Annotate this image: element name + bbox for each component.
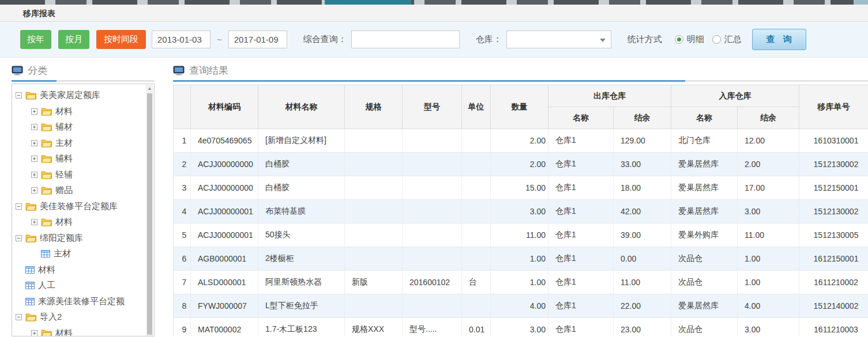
cell-no: 6	[174, 247, 191, 271]
tree-item[interactable]: 辅材	[16, 119, 154, 135]
tree-item[interactable]: 主材	[16, 135, 154, 152]
collapse-icon[interactable]	[16, 314, 22, 320]
results-panel: 查询结果 材料编码 材料名称 规格 型号 单位 数量 出库仓库 入库仓库	[164, 58, 868, 336]
date-to-input[interactable]	[228, 31, 287, 48]
by-year-button[interactable]: 按年	[20, 30, 51, 49]
scrollbar-thumb[interactable]	[147, 93, 152, 335]
table-row[interactable]: 14e0705469065[新增自定义材料]2.00仓库1129.00北门仓库1…	[174, 129, 868, 153]
tree-scrollbar[interactable]: ▲	[146, 85, 153, 336]
col-header-model[interactable]: 型号	[403, 85, 462, 129]
top-tab-strip	[0, 0, 868, 5]
radio-selected-icon[interactable]	[675, 35, 683, 44]
active-tab-fragment[interactable]	[325, 0, 411, 5]
tree-item[interactable]: 材料	[16, 104, 154, 120]
cell-order_no[interactable]: 1512130005	[799, 224, 868, 247]
table-row[interactable]: 8FYWJ000007L型下柜免拉手4.00仓库122.00爱巢居然库4.001…	[174, 294, 868, 318]
table-row[interactable]: 7ALSD000001阿里斯顿热水器新版201600102台1.00仓库111.…	[174, 271, 868, 294]
cell-in_name: 爱巢居然库	[671, 176, 738, 200]
cell-order_no[interactable]: 1610310001	[799, 129, 868, 153]
collapse-icon[interactable]	[16, 92, 22, 99]
cell-unit	[462, 153, 491, 176]
tree-item[interactable]: 绵阳定额库	[16, 230, 154, 247]
tree-item[interactable]: 美佳装修平台定额库	[16, 199, 154, 215]
tree-item[interactable]: 材料	[16, 214, 154, 230]
cell-out_balance: 33.00	[614, 153, 671, 176]
table-row[interactable]: 4ACJJ00000001布菜特基膜3.00仓库142.00爱巢居然库3.001…	[174, 200, 868, 224]
by-month-button[interactable]: 按月	[58, 30, 89, 49]
table-row[interactable]: 6AGB00000012楼橱柜1.00仓库10.00次品仓1.001612150…	[174, 247, 868, 271]
table-row[interactable]: 3ACJJ00000000白桶胶15.00仓库118.00爱巢居然库17.001…	[174, 176, 868, 200]
cell-order_no[interactable]: 1612150001	[799, 247, 868, 271]
cell-out_balance: 39.00	[614, 224, 671, 247]
expand-icon[interactable]	[31, 172, 37, 178]
cell-name: 布菜特基膜	[258, 200, 345, 224]
cell-order_no[interactable]: 1512140002	[799, 294, 868, 318]
tree-item[interactable]: 来源美佳装修平台定额	[16, 294, 154, 310]
col-group-out-warehouse[interactable]: 出库仓库	[548, 85, 671, 107]
tree-item[interactable]: 材料	[16, 262, 154, 278]
table-row[interactable]: 5ACJJ0000000150接头11.00仓库139.00爱巢外购库11.00…	[174, 224, 868, 247]
tree-item-label: 主材	[55, 138, 73, 149]
tree-item[interactable]: 辅料	[16, 151, 154, 167]
folder-icon	[41, 186, 52, 195]
tree-item-label: 人工	[38, 280, 55, 291]
col-header-code[interactable]: 材料编码	[191, 85, 258, 129]
table-row[interactable]: 9MAT0000021.7-木工板123规格XXX型号.....0.013.00…	[174, 318, 868, 337]
cell-out_name: 仓库1	[548, 153, 614, 176]
expand-icon[interactable]	[31, 187, 37, 194]
col-header-in-balance[interactable]: 结余	[738, 107, 799, 129]
collapse-icon[interactable]	[16, 235, 22, 241]
col-header-rownum[interactable]	[174, 85, 191, 129]
expand-icon[interactable]	[31, 219, 37, 225]
cell-order_no[interactable]: 1512130002	[799, 153, 868, 176]
cell-spec	[345, 129, 403, 153]
collapse-icon[interactable]	[16, 203, 22, 210]
expand-icon[interactable]	[31, 108, 37, 115]
by-range-button[interactable]: 按时间段	[96, 30, 146, 49]
col-header-qty[interactable]: 数量	[491, 85, 548, 129]
expand-icon[interactable]	[31, 330, 37, 336]
tree-item[interactable]: 赠品	[16, 183, 154, 199]
table-row[interactable]: 2ACJJ00000000白桶胶2.00仓库133.00爱巢居然库2.00151…	[174, 153, 868, 176]
col-header-out-balance[interactable]: 结余	[614, 107, 671, 129]
tree-item-label: 来源美佳装修平台定额	[38, 296, 125, 307]
expand-icon[interactable]	[31, 124, 37, 130]
col-header-unit[interactable]: 单位	[462, 85, 491, 129]
cell-out_name: 仓库1	[548, 176, 614, 200]
col-group-in-warehouse[interactable]: 入库仓库	[671, 85, 799, 107]
cell-qty: 15.00	[491, 176, 548, 200]
cell-out_balance: 23.00	[614, 318, 671, 337]
tree-item[interactable]: 主材	[16, 246, 154, 262]
radio-detail[interactable]: 明细	[675, 34, 704, 45]
tree-item[interactable]: 导入2	[16, 309, 154, 325]
warehouse-select[interactable]	[506, 31, 611, 48]
col-header-order-no[interactable]: 移库单号	[799, 85, 868, 129]
col-header-name[interactable]: 材料名称	[258, 85, 345, 129]
monitor-icon	[12, 66, 23, 75]
cell-order_no[interactable]: 1512130002	[799, 200, 868, 224]
cell-order_no[interactable]: 1611210003	[799, 318, 868, 337]
cell-in_balance: 11.00	[738, 224, 799, 247]
expand-icon[interactable]	[31, 140, 37, 146]
cell-name: 2楼橱柜	[258, 247, 345, 271]
scroll-up-icon[interactable]: ▲	[146, 85, 153, 93]
tree-item[interactable]: 美美家居定额库	[16, 88, 154, 104]
col-header-in-name[interactable]: 名称	[671, 107, 738, 129]
cell-order_no[interactable]: 1611210002	[799, 271, 868, 294]
cell-order_no[interactable]: 1512150001	[799, 176, 868, 200]
radio-unselected-icon[interactable]	[712, 35, 721, 44]
date-range-tilde: ~	[217, 35, 222, 44]
tree-item[interactable]: 材料	[16, 325, 154, 337]
tree-item[interactable]: 人工	[16, 278, 154, 294]
tree-item[interactable]: 轻辅	[16, 167, 154, 183]
query-button[interactable]: 查 询	[752, 29, 806, 50]
radio-summary[interactable]: 汇总	[712, 34, 742, 45]
col-header-spec[interactable]: 规格	[345, 85, 403, 129]
chevron-down-icon[interactable]	[600, 39, 606, 42]
date-from-input[interactable]	[152, 31, 211, 48]
combined-query-input[interactable]	[351, 31, 460, 48]
expand-icon[interactable]	[31, 156, 37, 162]
tree-item-label: 材料	[55, 106, 73, 117]
results-table: 材料编码 材料名称 规格 型号 单位 数量 出库仓库 入库仓库 移库单号 名称 …	[173, 85, 868, 336]
col-header-out-name[interactable]: 名称	[548, 107, 614, 129]
